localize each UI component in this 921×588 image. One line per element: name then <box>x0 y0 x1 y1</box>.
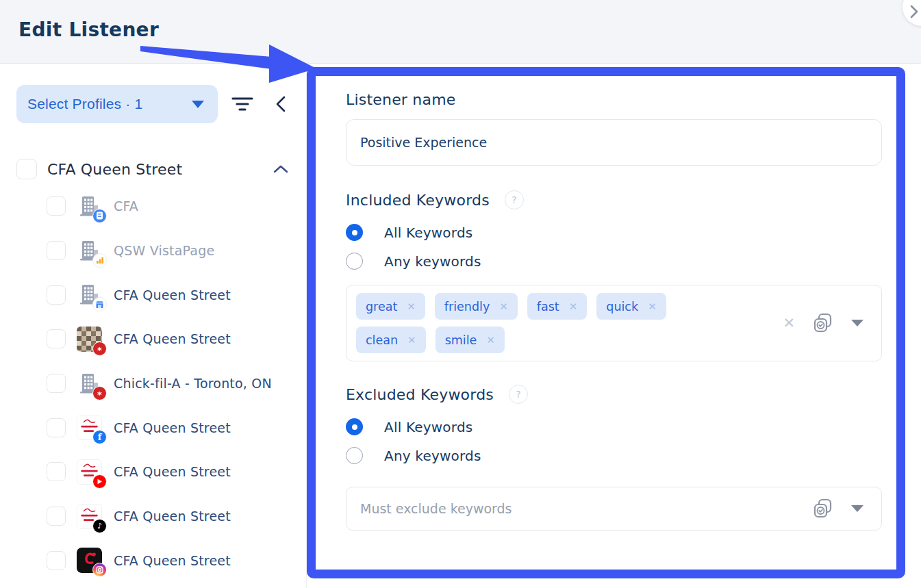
profile-list-item[interactable]: fCFA Queen Street <box>47 405 300 450</box>
profile-label: QSW VistaPage <box>114 243 214 258</box>
chevron-right-icon <box>909 4 920 19</box>
chip-remove-icon[interactable]: ✕ <box>648 301 657 313</box>
excluded-radio-group: All KeywordsAny keywords <box>346 418 882 464</box>
keyword-chip-label: smile <box>445 333 477 347</box>
cfa-script-icon: ♪ <box>77 504 102 529</box>
radio-option[interactable]: Any keywords <box>346 447 882 464</box>
radio-button[interactable] <box>346 447 363 464</box>
profile-label: CFA Queen Street <box>114 287 231 303</box>
profile-list-item[interactable]: *Chick-fil-A - Toronto, ON <box>47 361 300 406</box>
profile-checkbox[interactable] <box>47 196 66 216</box>
profile-list-item[interactable]: QSW VistaPage <box>47 229 300 273</box>
profile-label: CFA Queen Street <box>114 331 231 346</box>
profile-checkbox[interactable] <box>47 285 66 305</box>
header: Edit Listener <box>0 0 921 64</box>
included-radio-group: All KeywordsAny keywords <box>346 224 882 270</box>
instagram-badge-icon <box>92 563 107 577</box>
keyword-chip: clean✕ <box>356 327 426 353</box>
keyword-chip: great✕ <box>356 293 425 320</box>
chip-remove-icon[interactable]: ✕ <box>407 334 416 346</box>
excluded-keywords-title: Excluded Keywords <box>346 386 494 403</box>
copy-check-icon[interactable] <box>813 312 833 334</box>
chip-remove-icon[interactable]: ✕ <box>499 301 508 313</box>
photo-mosaic-icon: * <box>77 327 102 352</box>
chip-remove-icon[interactable]: ✕ <box>407 301 416 313</box>
help-icon[interactable]: ? <box>509 385 528 404</box>
profile-label: Chick-fil-A - Toronto, ON <box>114 376 272 391</box>
caret-down-icon[interactable] <box>851 320 863 327</box>
keyword-chip-label: great <box>366 300 397 314</box>
profile-group-row[interactable]: CFA Queen Street <box>16 158 290 180</box>
cfa-logo-black-icon <box>77 548 102 573</box>
listener-name-label: Listener name <box>346 91 882 108</box>
group-checkbox[interactable] <box>16 159 37 179</box>
radio-button[interactable] <box>346 418 363 435</box>
radio-option[interactable]: All Keywords <box>346 224 882 241</box>
profile-checkbox[interactable] <box>47 507 66 526</box>
building-icon <box>77 282 102 307</box>
radio-label: Any keywords <box>384 253 481 270</box>
chip-remove-icon[interactable]: ✕ <box>569 301 578 313</box>
chevron-up-icon[interactable] <box>273 164 289 175</box>
radio-label: All Keywords <box>384 419 472 435</box>
listener-name-input[interactable] <box>346 119 882 166</box>
keyword-chip: quick✕ <box>596 293 666 320</box>
radio-option[interactable]: Any keywords <box>346 253 882 270</box>
radio-button[interactable] <box>346 224 363 241</box>
select-profiles-button[interactable]: Select Profiles · 1 <box>16 85 218 123</box>
profile-label: CFA Queen Street <box>114 509 231 524</box>
profile-list-item[interactable]: *CFA Queen Street <box>47 317 300 361</box>
excluded-keywords-box <box>346 487 882 531</box>
page-title: Edit Listener <box>18 18 159 41</box>
profile-checkbox[interactable] <box>47 241 66 260</box>
profile-checkbox[interactable] <box>47 329 66 348</box>
profile-list: CFAQSW VistaPageCFA Queen Street*CFA Que… <box>47 184 300 583</box>
included-keywords-title: Included Keywords <box>346 192 490 209</box>
profile-list-item[interactable]: CFA Queen Street <box>47 450 300 494</box>
keyword-chip: friendly✕ <box>435 293 518 320</box>
keyword-chip-label: quick <box>606 300 638 314</box>
copy-check-icon[interactable] <box>813 498 833 520</box>
cfa-script-icon: f <box>77 415 102 440</box>
radio-button[interactable] <box>346 253 363 270</box>
help-icon[interactable]: ? <box>505 190 524 209</box>
keyword-chip: smile✕ <box>436 327 505 353</box>
yelp-badge-icon: * <box>92 342 107 356</box>
profile-checkbox[interactable] <box>47 551 66 570</box>
exclude-keywords-input[interactable] <box>346 487 881 530</box>
building-icon <box>77 238 102 264</box>
keyword-chip: fast✕ <box>527 293 587 320</box>
profile-checkbox[interactable] <box>47 374 66 393</box>
profile-label: CFA <box>114 199 138 214</box>
profile-checkbox[interactable] <box>47 418 66 437</box>
caret-down-icon[interactable] <box>851 505 863 512</box>
collapse-sidebar-button[interactable] <box>271 93 290 115</box>
cfa-script-icon <box>77 459 102 485</box>
profile-list-item[interactable]: CFA <box>47 184 300 229</box>
clear-x-icon[interactable]: ✕ <box>783 315 795 331</box>
profiles-sidebar: Select Profiles · 1 CFA Queen Street CFA… <box>0 64 307 588</box>
filter-button[interactable] <box>230 93 255 115</box>
dropdown-caret-icon <box>192 101 204 108</box>
chevron-left-icon <box>273 93 289 115</box>
building-icon: * <box>77 371 102 396</box>
keyword-chips: great✕friendly✕fast✕quick✕clean✕smile✕ <box>356 293 740 353</box>
included-keywords-box[interactable]: great✕friendly✕fast✕quick✕clean✕smile✕ ✕ <box>346 285 882 361</box>
profile-checkbox[interactable] <box>47 462 66 481</box>
youtube-badge-icon <box>92 474 107 489</box>
profile-list-item[interactable]: ♪CFA Queen Street <box>47 494 300 539</box>
profile-label: CFA Queen Street <box>114 464 231 479</box>
document-blue-badge-icon <box>92 209 107 223</box>
building-icon <box>77 194 102 219</box>
keyword-chip-label: friendly <box>444 300 490 314</box>
radio-option[interactable]: All Keywords <box>346 418 882 435</box>
google-store-badge-icon <box>92 297 107 311</box>
keyword-chip-label: clean <box>366 333 398 347</box>
annotation-rectangle: Listener name Included Keywords ? All Ke… <box>307 67 905 578</box>
select-profiles-label: Select Profiles · 1 <box>27 96 142 112</box>
yelp-badge-icon: * <box>92 386 107 400</box>
tiktok-badge-icon: ♪ <box>92 519 107 533</box>
profile-list-item[interactable]: CFA Queen Street <box>47 272 300 317</box>
profile-list-item[interactable]: CFA Queen Street <box>47 539 300 583</box>
chip-remove-icon[interactable]: ✕ <box>486 334 495 346</box>
